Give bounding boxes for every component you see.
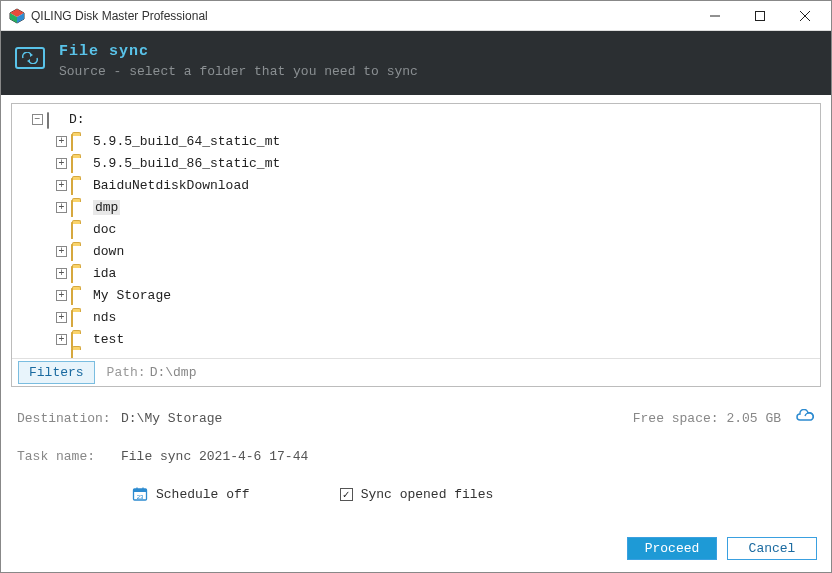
tree-folder-row[interactable]: +test	[18, 328, 820, 350]
destination-value[interactable]: D:\My Storage	[121, 411, 222, 426]
task-name-value[interactable]: File sync 2021-4-6 17-44	[121, 449, 308, 464]
proceed-button[interactable]: Proceed	[627, 537, 717, 560]
tree-folder-row[interactable]: +dmp	[18, 196, 820, 218]
options-row: 23 Schedule off ✓ Sync opened files	[1, 486, 831, 502]
folder-icon	[71, 310, 73, 327]
folder-tree[interactable]: − D: +5.9.5_build_64_static_mt+5.9.5_bui…	[12, 104, 820, 358]
task-name-label: Task name:	[17, 449, 121, 464]
svg-text:23: 23	[137, 494, 144, 500]
task-name-row: Task name: File sync 2021-4-6 17-44	[1, 449, 831, 464]
svg-marker-8	[30, 53, 33, 57]
checkbox-checked-icon: ✓	[340, 488, 353, 501]
titlebar: QILING Disk Master Professional	[1, 1, 831, 31]
folder-icon	[71, 288, 73, 305]
path-value: D:\dmp	[150, 365, 197, 380]
page-header: File sync Source - select a folder that …	[1, 31, 831, 95]
schedule-label: Schedule off	[156, 487, 250, 502]
folder-icon	[71, 244, 73, 261]
folder-icon	[71, 134, 73, 151]
tree-folder-label: ida	[93, 266, 116, 281]
schedule-toggle[interactable]: 23 Schedule off	[132, 486, 250, 502]
expand-icon[interactable]: +	[56, 290, 67, 301]
close-button[interactable]	[782, 1, 827, 30]
tree-folder-row[interactable]: +5.9.5_build_64_static_mt	[18, 130, 820, 152]
expand-icon[interactable]: +	[56, 334, 67, 345]
calendar-icon: 23	[132, 486, 148, 502]
svg-marker-9	[27, 59, 30, 63]
path-label: Path:	[107, 365, 146, 380]
filters-button[interactable]: Filters	[18, 361, 95, 384]
tree-folder-row[interactable]: +My Storage	[18, 284, 820, 306]
tree-folder-row[interactable]: doc	[18, 218, 820, 240]
cancel-button[interactable]: Cancel	[727, 537, 817, 560]
minimize-button[interactable]	[692, 1, 737, 30]
maximize-icon	[755, 11, 765, 21]
tree-folder-row[interactable]: +down	[18, 240, 820, 262]
expand-icon[interactable]: +	[56, 312, 67, 323]
folder-icon	[71, 156, 73, 173]
tree-footer-bar: Filters Path: D:\dmp	[12, 358, 820, 386]
sync-opened-files-label: Sync opened files	[361, 487, 494, 502]
tree-folder-label: nds	[93, 310, 116, 325]
dialog-footer: Proceed Cancel	[1, 527, 831, 572]
tree-folder-row[interactable]: +nds	[18, 306, 820, 328]
tree-folder-row[interactable]: +5.9.5_build_86_static_mt	[18, 152, 820, 174]
destination-label: Destination:	[17, 411, 121, 426]
folder-icon	[71, 266, 73, 283]
drive-icon	[47, 112, 49, 129]
tree-folder-row[interactable]: +BaiduNetdiskDownload	[18, 174, 820, 196]
close-icon	[800, 11, 810, 21]
free-space-label: Free space: 2.05 GB	[633, 411, 781, 426]
tree-folder-row[interactable]: +ida	[18, 262, 820, 284]
tree-folder-label: BaiduNetdiskDownload	[93, 178, 249, 193]
folder-icon	[71, 200, 73, 217]
expand-icon[interactable]: +	[56, 136, 67, 147]
expand-icon[interactable]: +	[56, 180, 67, 191]
maximize-button[interactable]	[737, 1, 782, 30]
svg-rect-11	[134, 489, 147, 492]
app-logo-icon	[9, 8, 25, 24]
tree-drive-label: D:	[69, 112, 85, 127]
tree-folder-label: 5.9.5_build_86_static_mt	[93, 156, 280, 171]
header-title: File sync	[59, 43, 418, 60]
folder-icon	[71, 178, 73, 195]
header-subtitle: Source - select a folder that you need t…	[59, 64, 418, 79]
collapse-icon[interactable]: −	[32, 114, 43, 125]
window-title: QILING Disk Master Professional	[31, 9, 692, 23]
tree-folder-row[interactable]	[18, 350, 820, 358]
tree-folder-label: 5.9.5_build_64_static_mt	[93, 134, 280, 149]
svg-rect-5	[755, 11, 764, 20]
tree-drive-row[interactable]: − D:	[18, 108, 820, 130]
minimize-icon	[710, 11, 720, 21]
cloud-icon[interactable]	[795, 409, 815, 427]
folder-icon	[71, 222, 73, 239]
tree-folder-label: doc	[93, 222, 116, 237]
folder-icon	[71, 348, 73, 359]
destination-row: Destination: D:\My Storage Free space: 2…	[1, 409, 831, 427]
expand-icon[interactable]: +	[56, 158, 67, 169]
sync-icon	[15, 47, 45, 69]
folder-tree-panel: − D: +5.9.5_build_64_static_mt+5.9.5_bui…	[11, 103, 821, 387]
tree-folder-label: down	[93, 244, 124, 259]
tree-folder-label: My Storage	[93, 288, 171, 303]
tree-folder-label: test	[93, 332, 124, 347]
sync-opened-files-checkbox[interactable]: ✓ Sync opened files	[340, 487, 494, 502]
tree-folder-label: dmp	[93, 200, 120, 215]
expand-icon[interactable]: +	[56, 268, 67, 279]
expand-icon[interactable]: +	[56, 202, 67, 213]
expand-icon[interactable]: +	[56, 246, 67, 257]
expand-placeholder	[56, 224, 67, 235]
